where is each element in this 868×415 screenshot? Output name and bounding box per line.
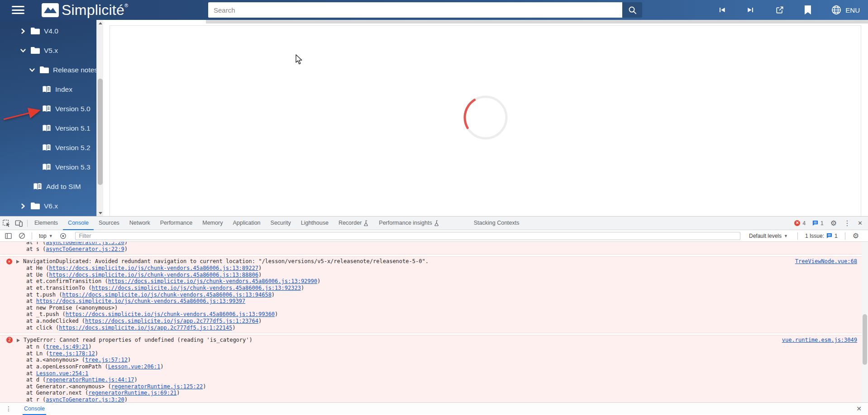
tab-stacking-contexts[interactable]: Stacking Contexts bbox=[469, 217, 525, 230]
stack-source-link[interactable]: https://docs.simplicite.io/js/chunk-vend… bbox=[62, 292, 271, 298]
chevron-right-icon[interactable] bbox=[20, 28, 26, 34]
stack-source-link[interactable]: Lesson.vue:206:1 bbox=[108, 363, 161, 370]
chevron-down-icon[interactable] bbox=[29, 67, 35, 73]
stack-source-link[interactable]: tree.js:57:12 bbox=[85, 357, 128, 363]
tab-network[interactable]: Network bbox=[124, 217, 155, 230]
stack-source-link[interactable]: https://docs.simplicite.io/js/chunk-vend… bbox=[36, 298, 245, 304]
stack-trace-line: at et.transitionTo (https://docs.simplic… bbox=[0, 285, 862, 292]
source-location-link[interactable]: TreeViewNode.vue:68 bbox=[795, 258, 862, 265]
tab-label: Sources bbox=[99, 217, 119, 230]
drawer-tab-console[interactable]: Console bbox=[23, 403, 46, 415]
chevron-right-icon[interactable] bbox=[20, 203, 26, 209]
sidebar-item-v5-x[interactable]: V5.x bbox=[0, 41, 96, 60]
console-messages: at r (asyncToGenerator.js:3:20)at s (asy… bbox=[0, 242, 862, 402]
bookmark-icon[interactable] bbox=[804, 5, 811, 14]
settings-gear-icon[interactable]: ⚙ bbox=[830, 220, 837, 227]
search-button[interactable] bbox=[622, 2, 642, 18]
stack-source-link[interactable]: tree.js:49:21 bbox=[46, 344, 88, 350]
tab-label: Performance insights bbox=[379, 217, 432, 230]
console-error-message: at r (asyncToGenerator.js:3:20)at s (asy… bbox=[0, 242, 862, 255]
expand-triangle-icon[interactable] bbox=[17, 339, 20, 342]
drawer-menu-icon[interactable]: ⋮ bbox=[5, 405, 12, 412]
stack-source-link[interactable]: asyncToGenerator.js:22:9 bbox=[46, 246, 124, 252]
issues-counter[interactable]: 1 Issue: 1 bbox=[805, 233, 838, 239]
stack-source-link[interactable]: https://docs.simplicite.io/js/app.2c777d… bbox=[59, 325, 232, 331]
stack-source-link[interactable]: https://docs.simplicite.io/js/chunk-vend… bbox=[66, 311, 275, 317]
source-location-link[interactable]: vue.runtime.esm.js:3049 bbox=[782, 337, 862, 344]
stack-trace-line: at He (https://docs.simplicite.io/js/chu… bbox=[0, 265, 862, 272]
scroll-up-icon[interactable] bbox=[97, 20, 104, 26]
stack-trace-line: at d (regeneratorRuntime.js:44:17) bbox=[0, 377, 862, 383]
tab-recorder[interactable]: Recorder bbox=[334, 217, 374, 230]
log-levels-selector[interactable]: Default levels ▼ bbox=[747, 233, 790, 239]
tab-security[interactable]: Security bbox=[266, 217, 296, 230]
menu-icon[interactable] bbox=[12, 6, 24, 14]
console-sidebar-icon[interactable] bbox=[3, 231, 14, 241]
stack-text: at s ( bbox=[26, 246, 46, 252]
devtools-menu-icon[interactable]: ⋮ bbox=[844, 220, 851, 227]
device-toolbar-icon[interactable] bbox=[13, 217, 25, 230]
stack-source-link[interactable]: https://docs.simplicite.io/js/chunk-vend… bbox=[49, 265, 258, 271]
stack-source-link[interactable]: https://docs.simplicite.io/js/chunk-vend… bbox=[108, 278, 317, 284]
sidebar-item-v4-0[interactable]: V4.0 bbox=[0, 21, 96, 41]
tab-memory[interactable]: Memory bbox=[197, 217, 228, 230]
sidebar-item-version-5-0[interactable]: Version 5.0 bbox=[0, 99, 96, 118]
search-input[interactable] bbox=[208, 2, 622, 18]
stack-source-link[interactable]: Lesson.vue:254:1 bbox=[36, 370, 89, 377]
stack-source-link[interactable]: tree.js:178:12 bbox=[49, 350, 95, 357]
console-filter-input[interactable] bbox=[75, 232, 740, 240]
drawer-close-icon[interactable]: ✕ bbox=[856, 405, 862, 412]
sidebar-item-label: Version 5.2 bbox=[55, 144, 91, 152]
stack-source-link[interactable]: asyncToGenerator.js:3:20 bbox=[46, 396, 124, 402]
skip-next-icon[interactable] bbox=[746, 5, 755, 14]
clear-console-icon[interactable] bbox=[16, 231, 27, 241]
chevron-down-icon[interactable] bbox=[20, 47, 26, 54]
tab-performance[interactable]: Performance bbox=[155, 217, 198, 230]
sidebar-item-version-5-3[interactable]: Version 5.3 bbox=[0, 157, 96, 177]
sidebar-scrollbar-thumb[interactable] bbox=[98, 79, 103, 185]
stack-text: ) bbox=[301, 285, 304, 291]
stack-source-link[interactable]: regeneratorRuntime.js:69:21 bbox=[88, 390, 176, 396]
live-expression-eye-icon[interactable] bbox=[58, 231, 69, 241]
tab-label: Recorder bbox=[339, 217, 362, 230]
console-scrollbar[interactable] bbox=[862, 242, 868, 402]
tab-application[interactable]: Application bbox=[228, 217, 265, 230]
sidebar-item-v6-x[interactable]: V6.x bbox=[0, 196, 96, 216]
stack-source-link[interactable]: asyncToGenerator.js:3:20 bbox=[46, 242, 124, 245]
tab-performance-insights[interactable]: Performance insights bbox=[374, 217, 444, 230]
open-in-new-icon[interactable] bbox=[775, 5, 784, 14]
loading-spinner bbox=[463, 95, 508, 140]
sidebar-item-version-5-2[interactable]: Version 5.2 bbox=[0, 138, 96, 157]
stack-source-link[interactable]: regeneratorRuntime.js:44:17 bbox=[46, 377, 134, 383]
stack-source-link[interactable]: https://docs.simplicite.io/js/chunk-vend… bbox=[49, 272, 258, 278]
brand-logo[interactable]: Simplicité ® bbox=[42, 2, 128, 18]
issues-badge[interactable]: 1 bbox=[812, 220, 824, 226]
sidebar-item-version-5-1[interactable]: Version 5.1 bbox=[0, 118, 96, 138]
divider bbox=[845, 232, 845, 240]
document-icon bbox=[42, 124, 52, 132]
document-icon bbox=[42, 163, 52, 171]
scroll-down-icon[interactable] bbox=[97, 210, 104, 216]
inspect-element-icon[interactable] bbox=[0, 217, 13, 230]
stack-text: at new Promise (<anonymous>) bbox=[26, 305, 118, 311]
stack-source-link[interactable]: regeneratorRuntime.js:125:22 bbox=[111, 383, 203, 390]
stack-source-link[interactable]: https://docs.simplicite.io/js/chunk-vend… bbox=[92, 285, 301, 291]
console-errors-badge[interactable]: ✕ 4 bbox=[794, 220, 806, 226]
tab-elements[interactable]: Elements bbox=[29, 217, 63, 230]
sidebar-item-release-notes[interactable]: Release notes bbox=[0, 60, 96, 80]
context-selector[interactable]: top ▼ bbox=[37, 233, 55, 239]
tab-lighthouse[interactable]: Lighthouse bbox=[296, 217, 334, 230]
console-settings-gear-icon[interactable]: ⚙ bbox=[853, 232, 859, 240]
sidebar-item-add-to-sim[interactable]: Add to SIM bbox=[0, 177, 96, 196]
expand-triangle-icon[interactable] bbox=[16, 260, 19, 264]
tab-console[interactable]: Console bbox=[63, 217, 94, 230]
devtools-close-icon[interactable]: ✕ bbox=[858, 220, 863, 227]
language-selector[interactable]: ENU bbox=[831, 5, 860, 15]
tab-label: Security bbox=[271, 217, 291, 230]
sidebar-item-index[interactable]: Index bbox=[0, 80, 96, 99]
tab-sources[interactable]: Sources bbox=[94, 217, 124, 230]
sidebar-scrollbar[interactable] bbox=[96, 20, 103, 216]
console-scrollbar-thumb[interactable] bbox=[863, 314, 867, 365]
skip-previous-icon[interactable] bbox=[717, 5, 726, 14]
stack-source-link[interactable]: https://docs.simplicite.io/js/app.2c777d… bbox=[85, 318, 258, 324]
